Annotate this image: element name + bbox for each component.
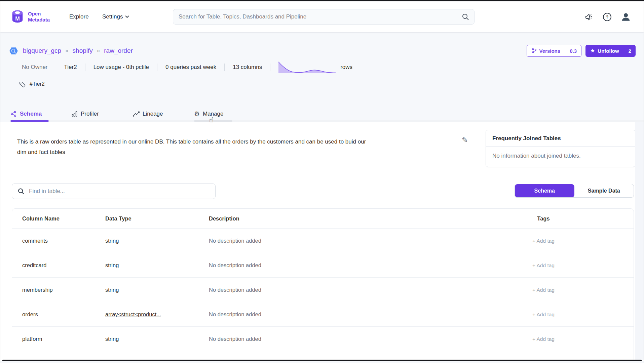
edit-description-icon[interactable]: ✎ xyxy=(462,136,468,144)
global-search xyxy=(173,9,475,25)
columns-table: Column Name Data Type Description Tags c… xyxy=(12,208,634,361)
column-type: string xyxy=(95,238,199,244)
table-row-platform[interactable]: platform string No description added + A… xyxy=(12,327,634,351)
tab-schema[interactable]: Schema xyxy=(10,101,47,122)
tag-chip-tier2[interactable]: #Tier2 xyxy=(19,79,45,89)
column-name: platform xyxy=(12,336,95,342)
frequently-joined-tables-title: Frequently Joined Tables xyxy=(486,130,635,147)
follower-count: 2 xyxy=(624,45,636,57)
unfollow-label: Unfollow xyxy=(598,48,619,54)
global-search-input[interactable] xyxy=(173,9,475,25)
openmetadata-logo-text: Open Metadata xyxy=(28,11,50,23)
openmetadata-logo-icon: M xyxy=(10,10,25,24)
column-description: No description added xyxy=(199,311,453,318)
version-number: 0.3 xyxy=(565,45,581,56)
bigquery-service-icon xyxy=(9,46,18,55)
entity-actions: Versions 0.3 ★ Unfollow 2 xyxy=(527,45,636,57)
breadcrumb: bigquery_gcp » shopify » raw_order Versi… xyxy=(9,44,636,57)
star-icon: ★ xyxy=(590,48,595,53)
announcements-icon[interactable] xyxy=(584,12,594,22)
app-window: M Open Metadata Explore Settings xyxy=(0,0,644,363)
chevron-down-icon xyxy=(125,15,129,18)
entity-header: bigquery_gcp » shopify » raw_order Versi… xyxy=(0,32,644,122)
column-type: string xyxy=(95,336,199,342)
window-frame-bottom xyxy=(2,360,642,361)
profiler-icon xyxy=(72,111,78,117)
find-search-icon xyxy=(17,188,25,195)
openmetadata-logo[interactable]: M Open Metadata xyxy=(10,10,50,24)
column-description: No description added xyxy=(199,336,453,342)
top-navbar: M Open Metadata Explore Settings xyxy=(0,1,644,32)
search-icon[interactable] xyxy=(462,13,469,21)
header-tags: Tags xyxy=(453,215,634,222)
branch-icon xyxy=(532,48,537,53)
svg-text:M: M xyxy=(15,15,20,22)
lineage-icon xyxy=(133,111,140,117)
nav-item-explore[interactable]: Explore xyxy=(69,13,89,20)
breadcrumb-item-database[interactable]: shopify xyxy=(73,47,93,54)
schema-sample-toggle: Schema Sample Data xyxy=(515,184,634,198)
column-type-truncated-link[interactable]: array<struct<product... xyxy=(105,311,161,317)
add-tag-button[interactable]: + Add tag xyxy=(532,263,555,268)
tab-profiler[interactable]: Profiler xyxy=(72,101,108,122)
queries-value: 0 queries past week xyxy=(165,64,216,71)
nav-item-settings[interactable]: Settings xyxy=(102,13,129,20)
tag-icon xyxy=(19,81,26,88)
entity-meta-row: No Owner Tier2 Low usage - 0th pctile 0 … xyxy=(22,61,352,73)
table-row-orders[interactable]: orders array<struct<product... No descri… xyxy=(12,302,634,327)
versions-button[interactable]: Versions 0.3 xyxy=(527,45,581,57)
add-tag-button[interactable]: + Add tag xyxy=(532,312,555,317)
column-description: No description added xyxy=(199,238,453,244)
window-frame-top xyxy=(0,0,644,1)
column-name: membership xyxy=(12,287,95,293)
header-description: Description xyxy=(199,215,453,222)
mouse-cursor-pointer: ☝ xyxy=(209,116,214,124)
find-in-table-input[interactable] xyxy=(12,184,216,199)
tab-lineage[interactable]: Lineage xyxy=(133,101,169,122)
breadcrumb-item-service[interactable]: bigquery_gcp xyxy=(23,47,61,54)
columns-table-header: Column Name Data Type Description Tags xyxy=(12,209,634,229)
navbar-icon-group: ? xyxy=(584,12,631,22)
column-type: string xyxy=(95,262,199,269)
table-row-creditcard[interactable]: creditcard string No description added +… xyxy=(12,253,634,278)
tag-label: #Tier2 xyxy=(30,81,45,87)
help-icon[interactable]: ? xyxy=(603,13,611,21)
schema-panel: This is a raw orders table as represente… xyxy=(0,122,644,361)
scroll-gutter xyxy=(635,122,644,360)
column-description: No description added xyxy=(199,262,453,269)
column-name: orders xyxy=(12,311,95,318)
tier-value: Tier2 xyxy=(64,64,77,71)
frequently-joined-tables-empty: No information about joined tables. xyxy=(486,147,635,167)
header-data-type: Data Type xyxy=(95,215,199,222)
column-name: creditcard xyxy=(12,262,95,269)
header-column-name: Column Name xyxy=(12,215,95,222)
column-name: comments xyxy=(12,238,95,244)
toggle-schema-button[interactable]: Schema xyxy=(515,184,574,197)
versions-label: Versions xyxy=(539,48,561,54)
breadcrumb-separator: » xyxy=(97,47,100,54)
add-tag-button[interactable]: + Add tag xyxy=(532,238,555,244)
columns-count: 13 columns xyxy=(233,64,262,71)
toggle-sample-data-button[interactable]: Sample Data xyxy=(574,184,634,197)
usage-value: Low usage - 0th pctile xyxy=(93,64,149,71)
schema-icon xyxy=(10,111,17,117)
find-in-table xyxy=(12,184,216,199)
add-tag-button[interactable]: + Add tag xyxy=(532,336,555,342)
add-tag-button[interactable]: + Add tag xyxy=(532,287,555,293)
user-avatar[interactable] xyxy=(621,12,631,22)
entity-tabs: Schema Profiler xyxy=(0,101,644,122)
rows-sparkline xyxy=(278,61,336,73)
breadcrumb-separator: » xyxy=(65,47,68,54)
table-row-membership[interactable]: membership string No description added +… xyxy=(12,278,634,302)
table-description: This is a raw orders table as represente… xyxy=(17,136,371,157)
unfollow-button[interactable]: ★ Unfollow 2 xyxy=(585,45,636,57)
column-type: string xyxy=(95,287,199,293)
owner-value: No Owner xyxy=(22,64,48,71)
gear-icon: ⚙ xyxy=(194,111,200,117)
breadcrumb-item-table[interactable]: raw_order xyxy=(104,47,133,54)
frequently-joined-tables-card: Frequently Joined Tables No information … xyxy=(486,130,636,167)
rows-label: rows xyxy=(340,64,352,71)
table-row-comments[interactable]: comments string No description added + A… xyxy=(12,229,634,253)
column-description: No description added xyxy=(199,287,453,293)
